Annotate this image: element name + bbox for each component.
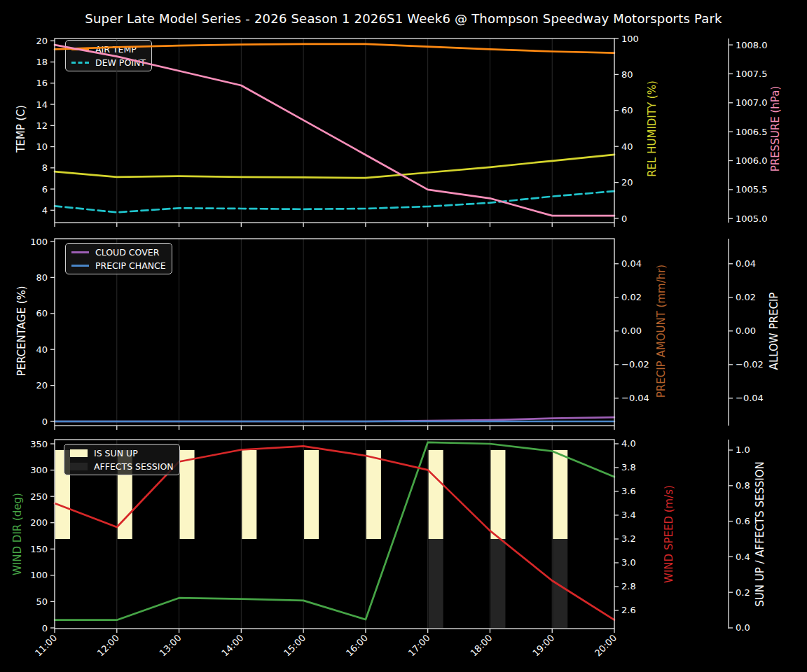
y-tick-label: 3.0 <box>621 557 636 568</box>
chart-canvas: 4681012141618200204060801001005.01005.51… <box>0 0 807 672</box>
x-tick-label: 12:00 <box>95 633 121 659</box>
bar-affects-session <box>490 539 505 628</box>
y-tick-label: 80 <box>621 69 633 80</box>
x-tick-label: 18:00 <box>468 633 494 659</box>
y-tick-label: 0.02 <box>736 292 756 302</box>
y-tick-label: 3.4 <box>621 510 636 520</box>
y-tick-label: −0.04 <box>736 393 764 403</box>
y-tick-label: 50 <box>36 596 48 607</box>
y-tick-label: 250 <box>30 491 48 502</box>
y-tick-label: 20 <box>36 380 48 391</box>
y-tick-label: 300 <box>30 465 48 475</box>
sun-up-axis-label: SUN UP / AFFECTS SESSION <box>754 461 766 607</box>
y-tick-label: 20 <box>36 36 48 46</box>
y-tick-label: 80 <box>36 272 48 283</box>
y-tick-label: 0.00 <box>736 326 756 336</box>
x-tick-label: 14:00 <box>219 633 245 659</box>
y-tick-label: 1005.0 <box>736 214 768 224</box>
y-tick-label: 14 <box>36 99 48 110</box>
weather-forecast-figure: Super Late Model Series - 2026 Season 1 … <box>0 0 807 672</box>
legend-label-affects-session: AFFECTS SESSION <box>94 461 174 472</box>
precip-chance-swatch <box>71 265 89 267</box>
affects-session-swatch <box>70 463 88 470</box>
y-tick-label: −0.02 <box>736 359 764 370</box>
is-sun-up-swatch <box>70 449 88 457</box>
y-tick-label: 200 <box>30 517 48 528</box>
wind-speed-axis-label: WIND SPEED (m/s) <box>663 485 675 583</box>
y-tick-label: 0.00 <box>621 326 642 336</box>
x-tick-label: 17:00 <box>406 633 432 659</box>
legend-item-is-sun-up: IS SUN UP <box>70 447 174 458</box>
legend-item-cloud-cover: CLOUD COVER <box>71 246 166 258</box>
bar-is-sun-up <box>180 450 195 539</box>
precip-amount-axis-label: PRECIP AMOUNT (mm/hr) <box>655 265 668 398</box>
legend-item-precip-chance: PRECIP CHANCE <box>71 260 166 271</box>
y-tick-label: 0.4 <box>736 552 750 562</box>
legend-label-is-sun-up: IS SUN UP <box>94 448 138 458</box>
cloud-panel-legend: CLOUD COVER PRECIP CHANCE <box>65 243 172 274</box>
y-tick-label: 0 <box>42 416 48 427</box>
humidity-axis-label: REL HUMIDITY (%) <box>646 80 658 177</box>
y-tick-label: 2.8 <box>621 581 636 592</box>
x-tick-label: 20:00 <box>593 633 619 659</box>
percentage-axis-label: PERCENTAGE (%) <box>15 286 28 376</box>
cloud-cover-swatch <box>71 251 89 253</box>
y-tick-label: 10 <box>36 141 48 152</box>
y-tick-label: 60 <box>36 308 48 318</box>
pressure-axis-label: PRESSURE (hPa) <box>769 86 782 172</box>
y-tick-label: 100 <box>30 237 48 247</box>
y-tick-label: 100 <box>621 34 639 44</box>
y-tick-label: 1008.0 <box>736 40 768 50</box>
panel-frame <box>55 38 614 223</box>
x-tick-label: 16:00 <box>344 633 370 659</box>
y-tick-label: 20 <box>621 177 633 188</box>
bar-is-sun-up <box>429 450 443 539</box>
y-tick-label: 0.6 <box>736 516 750 526</box>
x-tick-label: 19:00 <box>530 633 556 659</box>
y-tick-label: 0 <box>621 214 627 224</box>
y-tick-label: 0 <box>42 623 48 634</box>
y-tick-label: 1007.0 <box>736 97 768 108</box>
y-tick-label: 8 <box>42 162 48 173</box>
y-tick-label: 0.04 <box>736 258 756 269</box>
y-tick-label: −0.02 <box>621 359 649 370</box>
series-line-pressure <box>55 45 614 216</box>
x-tick-label: 13:00 <box>158 633 184 659</box>
y-tick-label: 1007.5 <box>736 69 768 79</box>
y-tick-label: 3.2 <box>621 533 636 544</box>
y-tick-label: 6 <box>42 184 48 195</box>
x-tick-label: 15:00 <box>282 633 308 659</box>
legend-label-precip-chance: PRECIP CHANCE <box>95 260 166 271</box>
y-tick-label: 18 <box>36 57 48 67</box>
y-tick-label: 1.0 <box>736 444 750 455</box>
y-tick-label: 4.0 <box>621 438 636 449</box>
wind-dir-axis-label: WIND DIR (deg) <box>11 493 24 575</box>
x-tick-label: 11:00 <box>33 633 59 659</box>
series-line-air-temp <box>55 44 614 53</box>
y-tick-label: 0.0 <box>736 622 750 633</box>
y-tick-label: 12 <box>36 120 48 131</box>
y-tick-label: 1006.0 <box>736 155 768 166</box>
y-tick-label: 150 <box>30 544 48 554</box>
y-tick-label: 40 <box>36 344 48 355</box>
y-tick-label: 1006.5 <box>736 127 768 137</box>
bar-is-sun-up <box>304 450 319 539</box>
allow-precip-axis-label: ALLOW PRECIP <box>768 293 780 370</box>
y-tick-label: 0.8 <box>736 480 750 491</box>
bar-is-sun-up <box>490 450 505 539</box>
y-tick-label: 40 <box>621 141 633 152</box>
legend-label-cloud-cover: CLOUD COVER <box>95 247 159 258</box>
y-tick-label: 2.6 <box>621 605 636 615</box>
y-tick-label: 16 <box>36 78 48 88</box>
wind-panel-legend: IS SUN UP AFFECTS SESSION <box>64 444 180 475</box>
y-tick-label: 350 <box>30 439 48 449</box>
series-line-rel-humidity <box>55 155 614 178</box>
y-tick-label: 100 <box>30 570 48 580</box>
y-tick-label: 3.6 <box>621 486 636 496</box>
bar-is-sun-up <box>242 450 256 539</box>
y-tick-label: 0.04 <box>621 258 642 269</box>
y-tick-label: 60 <box>621 105 633 115</box>
y-tick-label: 3.8 <box>621 462 636 472</box>
bar-affects-session <box>429 539 443 628</box>
y-tick-label: −0.04 <box>621 393 649 403</box>
